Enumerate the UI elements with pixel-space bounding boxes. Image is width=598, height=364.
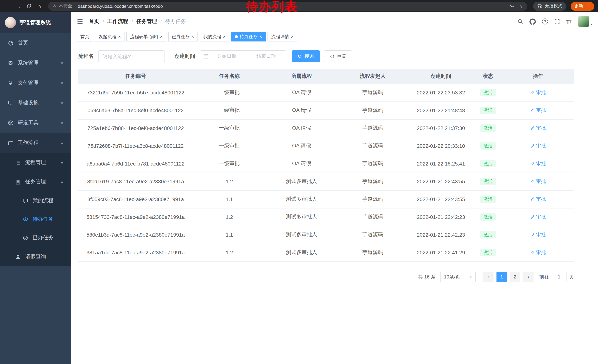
avatar[interactable] — [578, 16, 589, 27]
table-row: 381aa1dd-7ac8-11ec-a9e2-a2380e71991a 1.2… — [78, 244, 574, 261]
url-text[interactable]: dashboard.yudao.iocoder.cn/bpm/task/todo — [78, 4, 163, 9]
process-cell: OA 请假 — [266, 119, 338, 137]
close-icon[interactable]: × — [291, 34, 293, 39]
column-create-time: 创建时间 — [408, 69, 474, 84]
close-icon[interactable]: × — [118, 34, 121, 39]
bookmark-star-icon[interactable]: ☆ — [519, 4, 523, 9]
page-size-select[interactable]: 10条/页 ∨ — [440, 272, 476, 282]
approve-link[interactable]: 审批 — [530, 214, 546, 220]
sidebar-item-infrastructure[interactable]: 基础设施 ∨ — [0, 93, 71, 113]
main-area: 首页 / 工作流程 / 任务管理 / 待办任务 ? — [71, 12, 598, 364]
sidebar-item-home[interactable]: 首页 — [0, 33, 71, 53]
browser-menu-icon[interactable]: ⋮ — [586, 3, 590, 9]
back-button[interactable]: ← — [4, 2, 13, 11]
sidebar-item-leave-query[interactable]: 请假查询 — [0, 247, 71, 266]
approve-link[interactable]: 审批 — [530, 107, 546, 114]
sidebar-item-devtools[interactable]: 研发工具 ∨ — [0, 113, 71, 133]
end-date-input[interactable]: 结束日期 — [249, 53, 283, 60]
start-date-input[interactable]: 开始日期 — [210, 53, 243, 60]
sidebar-item-task-management[interactable]: 任务管理 ∧ — [0, 172, 71, 191]
sidebar-collapse-button[interactable] — [77, 18, 83, 25]
update-button[interactable]: 更新 ⋮ — [571, 2, 594, 11]
prev-page-button[interactable]: ‹ — [483, 272, 493, 282]
approve-link[interactable]: 审批 — [530, 231, 546, 238]
sidebar-item-done-task[interactable]: 已办任务 — [0, 228, 71, 247]
approve-link[interactable]: 审批 — [530, 89, 546, 96]
calendar-icon — [203, 54, 208, 59]
reload-button[interactable] — [25, 2, 33, 11]
next-page-button[interactable]: › — [523, 272, 533, 282]
user-menu[interactable]: ▾ — [578, 16, 592, 27]
update-label[interactable]: 更新 — [574, 3, 583, 9]
close-icon[interactable]: × — [259, 34, 262, 39]
sidebar-item-my-process[interactable]: 我的流程 — [0, 191, 71, 210]
table-row: 8f0d1619-7ac8-11ec-a9e2-a2380e71991a 1.2… — [78, 173, 574, 190]
tab-todo-task[interactable]: 待办任务 × — [231, 32, 266, 41]
initiator-cell: 芋道源码 — [338, 155, 408, 173]
fullscreen-icon[interactable] — [554, 19, 560, 24]
breadcrumb-home[interactable]: 首页 — [89, 18, 99, 25]
dashboard-icon — [8, 40, 14, 46]
security-label[interactable]: 不安全 — [59, 3, 72, 9]
sidebar-item-label: 请假查询 — [25, 253, 46, 260]
tab-done-task[interactable]: 已办任务 × — [168, 32, 198, 41]
approve-link[interactable]: 审批 — [530, 125, 546, 131]
approve-link[interactable]: 审批 — [530, 196, 546, 202]
close-icon[interactable]: × — [223, 34, 226, 39]
breadcrumb-task-management[interactable]: 任务管理 — [136, 18, 157, 25]
page-button-1[interactable]: 1 — [497, 272, 507, 282]
goto-page: 前往 页 — [540, 272, 574, 282]
date-range-picker[interactable]: 开始日期 - 结束日期 — [200, 50, 286, 62]
forward-button[interactable]: → — [14, 2, 23, 11]
goto-page-input[interactable] — [552, 272, 566, 282]
sidebar-item-system[interactable]: ⚙ 系统管理 ∨ — [0, 53, 71, 73]
github-icon[interactable] — [530, 18, 536, 25]
approve-link[interactable]: 审批 — [530, 249, 546, 256]
tab-my-process[interactable]: 我的流程 × — [200, 32, 229, 41]
sidebar-item-todo-task[interactable]: 待办任务 — [0, 210, 71, 228]
tab-home[interactable]: 首页 — [77, 32, 93, 41]
gear-icon: ⚙ — [8, 60, 14, 66]
home-button[interactable]: ⌂ — [35, 2, 44, 11]
page-button-2[interactable]: 2 — [510, 272, 520, 282]
sidebar-item-workflow[interactable]: 工作流程 ∧ — [0, 133, 71, 153]
key-icon[interactable] — [509, 4, 514, 9]
search-icon[interactable] — [517, 18, 523, 24]
create-time-cell: 2022-01-22 18:25:41 — [408, 155, 474, 173]
briefcase-icon — [8, 140, 14, 146]
process-cell: OA 请假 — [266, 101, 338, 119]
reset-button[interactable]: 重置 — [324, 50, 352, 62]
font-size-icon[interactable]: TT — [566, 19, 572, 24]
tab-start-process[interactable]: 发起流程 × — [95, 32, 125, 41]
table-row: 069c6a63-7b8a-11ec-8ef0-acde48001122 一级审… — [78, 101, 574, 119]
process-name-input[interactable] — [98, 50, 165, 62]
tab-process-detail[interactable]: 流程详情 × — [267, 32, 297, 41]
close-icon[interactable]: × — [191, 34, 194, 39]
status-badge: 激活 — [480, 124, 496, 132]
sidebar-item-payment[interactable]: ¥ 支付管理 ∨ — [0, 73, 71, 93]
search-button[interactable]: 搜索 — [291, 50, 320, 62]
status-badge: 激活 — [480, 213, 496, 221]
chevron-up-icon: ∧ — [61, 180, 63, 184]
process-cell: OA 请假 — [266, 84, 338, 101]
approve-link[interactable]: 审批 — [530, 178, 546, 185]
help-icon[interactable]: ? — [542, 18, 548, 24]
initiator-cell: 芋道源码 — [338, 119, 408, 137]
breadcrumb-workflow[interactable]: 工作流程 — [108, 18, 128, 25]
task-id-cell: 381aa1dd-7ac8-11ec-a9e2-a2380e71991a — [78, 244, 193, 261]
page-unit-label: 页 — [569, 274, 574, 280]
close-icon[interactable]: × — [160, 34, 163, 39]
tab-form-edit[interactable]: 流程表单-编辑 × — [126, 32, 166, 41]
initiator-cell: 芋道源码 — [338, 226, 408, 244]
process-name-label: 流程名 — [78, 53, 94, 60]
create-time-cell: 2022-01-22 21:48:48 — [408, 101, 474, 119]
edit-icon — [530, 179, 535, 184]
create-time-cell: 2022-01-21 22:41:29 — [408, 244, 474, 261]
edit-icon — [530, 108, 535, 113]
approve-link[interactable]: 审批 — [530, 143, 546, 149]
total-count: 共 16 条 — [418, 274, 436, 280]
sidebar-logo[interactable]: 芋道管理系统 — [0, 12, 71, 33]
approve-link[interactable]: 审批 — [530, 160, 546, 167]
sidebar-item-process-management[interactable]: 流程管理 ∨ — [0, 153, 71, 172]
warning-icon: ⚠ — [53, 4, 56, 8]
